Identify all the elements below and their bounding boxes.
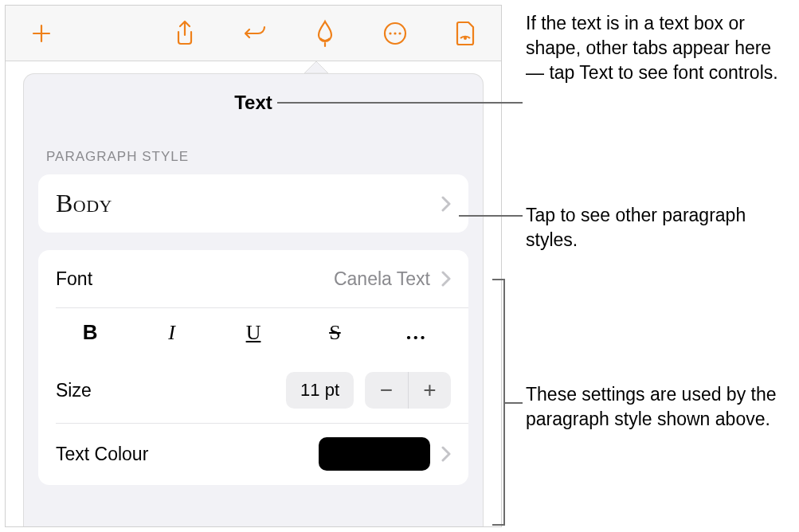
font-label: Font — [56, 268, 92, 290]
underline-button[interactable]: U — [213, 321, 294, 345]
callout-line — [277, 102, 523, 104]
more-button[interactable] — [375, 12, 415, 55]
share-button[interactable] — [165, 12, 205, 55]
callout-settings-text: These settings are used by the paragraph… — [526, 382, 789, 432]
size-label: Size — [56, 380, 92, 401]
italic-button[interactable]: I — [131, 321, 212, 345]
text-colour-row[interactable]: Text Colour — [38, 423, 468, 485]
text-format-row: B I U S … — [38, 307, 468, 358]
font-row[interactable]: Font Canela Text — [38, 250, 468, 307]
format-popover: Text Paragraph Style Body Font Canela Te… — [23, 73, 484, 526]
popover-caret — [304, 61, 328, 73]
paragraph-style-name: Body — [56, 189, 112, 218]
callout-paragraph-text: Tap to see other paragraph styles. — [526, 203, 789, 252]
text-colour-swatch[interactable] — [319, 437, 430, 471]
font-value: Canela Text — [334, 268, 430, 290]
document-view-button[interactable] — [445, 12, 485, 55]
svg-point-1 — [389, 32, 391, 34]
paragraph-style-row[interactable]: Body — [38, 174, 468, 233]
callout-line — [459, 215, 523, 217]
size-value[interactable]: 11 pt — [286, 372, 354, 409]
app-window: Text Paragraph Style Body Font Canela Te… — [5, 5, 502, 527]
paragraph-style-section-label: Paragraph Style — [24, 131, 483, 174]
format-brush-button[interactable] — [305, 12, 345, 55]
svg-point-3 — [398, 32, 401, 34]
text-colour-label: Text Colour — [56, 444, 148, 465]
svg-point-4 — [464, 37, 467, 40]
undo-button[interactable] — [235, 12, 275, 55]
strikethrough-button[interactable]: S — [294, 321, 375, 345]
text-format-more-button[interactable]: … — [376, 321, 457, 345]
size-stepper: − + — [365, 372, 451, 409]
add-button[interactable] — [22, 12, 61, 55]
toolbar — [6, 6, 501, 61]
size-row: Size 11 pt − + — [38, 358, 468, 423]
chevron-right-icon — [441, 271, 451, 287]
font-settings-card: Font Canela Text B I U S … Size 11 pt − — [38, 250, 468, 485]
svg-point-2 — [394, 32, 396, 34]
size-decrease-button[interactable]: − — [365, 372, 408, 409]
paragraph-style-card: Body — [38, 174, 468, 233]
chevron-right-icon — [441, 196, 451, 212]
callout-bracket — [492, 279, 505, 526]
callout-header-text: If the text is in a text box or shape, o… — [526, 11, 789, 85]
size-increase-button[interactable]: + — [408, 372, 451, 409]
bold-button[interactable]: B — [49, 320, 131, 345]
chevron-right-icon — [441, 446, 451, 462]
callout-line — [505, 402, 523, 404]
popover-tab-text[interactable]: Text — [234, 92, 272, 113]
